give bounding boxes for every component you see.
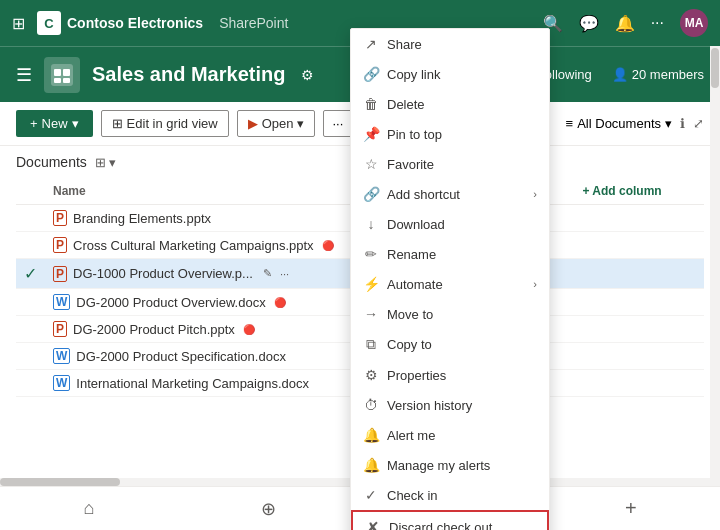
row-checkbox[interactable] [16, 316, 45, 343]
file-type-icon: W [53, 294, 70, 310]
info-icon[interactable]: ℹ [680, 116, 685, 131]
menu-item-label: Alert me [387, 428, 435, 443]
menu-item-download[interactable]: ↓ Download [351, 209, 549, 239]
menu-item-label: Check in [387, 488, 438, 503]
menu-item-label: Discard check out [389, 520, 492, 531]
chat-icon[interactable]: 💬 [579, 14, 599, 33]
more-button[interactable]: ··· [323, 110, 352, 137]
checkin-icon: ✓ [363, 487, 379, 503]
open-button[interactable]: ▶ Open ▾ [237, 110, 316, 137]
plus-icon: + [30, 116, 38, 131]
menu-item-properties[interactable]: ⚙ Properties [351, 360, 549, 390]
row-checkbox[interactable] [16, 205, 45, 232]
menu-item-favorite[interactable]: ☆ Favorite [351, 149, 549, 179]
col-add-column[interactable]: + Add column [574, 178, 704, 205]
menu-item-add-shortcut[interactable]: 🔗 Add shortcut › [351, 179, 549, 209]
menu-item-label: Download [387, 217, 445, 232]
shortcut-icon: 🔗 [363, 186, 379, 202]
logo-icon: C [37, 11, 61, 35]
empty-cell [574, 343, 704, 370]
edit-icon[interactable]: ✎ [263, 267, 272, 280]
discard-icon: ✘ [365, 519, 381, 530]
globe-icon[interactable]: ⊕ [261, 498, 276, 520]
all-docs-label: All Documents [577, 116, 661, 131]
move-icon: → [363, 306, 379, 322]
row-checkbox[interactable] [16, 289, 45, 316]
waffle-icon[interactable]: ⊞ [12, 14, 25, 33]
row-more-icon[interactable]: ··· [280, 268, 289, 280]
file-type-icon: P [53, 237, 67, 253]
file-type-icon: P [53, 210, 67, 226]
row-checkbox[interactable] [16, 343, 45, 370]
file-name[interactable]: DG-2000 Product Specification.docx [76, 349, 286, 364]
delete-icon: 🗑 [363, 96, 379, 112]
menu-item-delete[interactable]: 🗑 Delete [351, 89, 549, 119]
error-icon: 🔴 [243, 324, 255, 335]
more-nav-icon[interactable]: ··· [651, 14, 664, 32]
site-title: Sales and Marketing [92, 63, 285, 86]
file-name[interactable]: DG-1000 Product Overview.p... [73, 266, 253, 281]
menu-item-label: Add shortcut [387, 187, 460, 202]
row-checkbox[interactable]: ✓ [16, 259, 45, 289]
menu-item-pin-to-top[interactable]: 📌 Pin to top [351, 119, 549, 149]
link-icon: 🔗 [363, 66, 379, 82]
menu-item-copy-link[interactable]: 🔗 Copy link [351, 59, 549, 89]
pin-icon: 📌 [363, 126, 379, 142]
menu-item-move-to[interactable]: → Move to [351, 299, 549, 329]
file-name[interactable]: Cross Cultural Marketing Campaigns.pptx [73, 238, 314, 253]
h-scroll-thumb[interactable] [0, 478, 120, 486]
row-checkbox[interactable] [16, 232, 45, 259]
menu-item-label: Copy link [387, 67, 440, 82]
view-toggle-icon[interactable]: ⊞ ▾ [95, 155, 117, 170]
properties-icon: ⚙ [363, 367, 379, 383]
company-logo[interactable]: C Contoso Electronics [37, 11, 203, 35]
menu-item-alert-me[interactable]: 🔔 Alert me [351, 420, 549, 450]
menu-item-check-in[interactable]: ✓ Check in [351, 480, 549, 510]
alert-icon: 🔔 [363, 427, 379, 443]
vertical-scrollbar[interactable] [710, 46, 720, 486]
menu-item-automate[interactable]: ⚡ Automate › [351, 269, 549, 299]
file-name[interactable]: International Marketing Campaigns.docx [76, 376, 309, 391]
file-name[interactable]: Branding Elements.pptx [73, 211, 211, 226]
list-icon: ≡ [566, 116, 574, 131]
svg-rect-1 [54, 69, 61, 76]
menu-item-rename[interactable]: ✏ Rename [351, 239, 549, 269]
menu-item-share[interactable]: ↗ Share [351, 29, 549, 59]
manage-icon: 🔔 [363, 457, 379, 473]
v-scroll-thumb[interactable] [711, 48, 719, 88]
add-icon[interactable]: + [625, 497, 637, 520]
empty-cell [574, 370, 704, 397]
chevron-down-icon: ▾ [665, 116, 672, 131]
avatar[interactable]: MA [680, 9, 708, 37]
fullscreen-icon[interactable]: ⤢ [693, 116, 704, 131]
all-docs-button[interactable]: ≡ All Documents ▾ [566, 116, 672, 131]
hamburger-icon[interactable]: ☰ [16, 64, 32, 86]
top-nav-icons: 🔍 💬 🔔 ··· MA [543, 9, 708, 37]
svg-rect-2 [63, 69, 70, 76]
empty-cell [574, 232, 704, 259]
row-checkbox[interactable] [16, 370, 45, 397]
edit-grid-button[interactable]: ⊞ Edit in grid view [101, 110, 229, 137]
svg-rect-4 [63, 78, 70, 83]
home-icon[interactable]: ⌂ [83, 498, 94, 519]
app-name: SharePoint [219, 15, 288, 31]
menu-item-copy-to[interactable]: ⧉ Copy to [351, 329, 549, 360]
menu-item-manage-alerts[interactable]: 🔔 Manage my alerts [351, 450, 549, 480]
submenu-arrow-icon: › [533, 278, 537, 290]
chevron-icon: ▾ [297, 116, 304, 131]
new-button[interactable]: + New ▾ [16, 110, 93, 137]
settings-icon[interactable]: ⚙ [301, 67, 314, 83]
bell-icon[interactable]: 🔔 [615, 14, 635, 33]
new-label: New [42, 116, 68, 131]
edit-label: Edit in grid view [127, 116, 218, 131]
menu-item-label: Manage my alerts [387, 458, 490, 473]
menu-item-version-history[interactable]: ⏱ Version history [351, 390, 549, 420]
menu-item-label: Pin to top [387, 127, 442, 142]
file-name[interactable]: DG-2000 Product Pitch.pptx [73, 322, 235, 337]
docs-title: Documents [16, 154, 87, 170]
members-button[interactable]: 👤 20 members [612, 67, 704, 82]
file-name[interactable]: DG-2000 Product Overview.docx [76, 295, 265, 310]
menu-item-label: Automate [387, 277, 443, 292]
menu-item-discard-checkout[interactable]: ✘ Discard check out [351, 510, 549, 530]
members-label: 20 members [632, 67, 704, 82]
